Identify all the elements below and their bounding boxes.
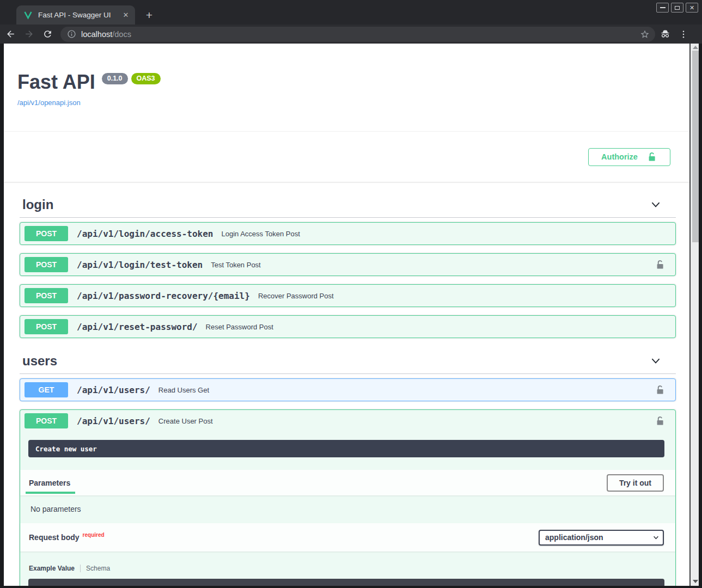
method-badge: POST [25,288,68,303]
oas3-badge: OAS3 [131,73,161,84]
scrollbar-up-arrow[interactable] [693,46,698,49]
media-type-select-wrap: application/json [539,530,664,546]
tab-divider [80,565,81,572]
method-badge: GET [25,382,68,397]
browser-titlebar: Fast API - Swagger UI ✕ + ✕ [0,0,702,24]
operation-expanded: POST /api/v1/users/ Create User Post Cre… [20,409,676,586]
operation-summary-row[interactable]: POST /api/v1/users/ Create User Post [20,410,675,432]
close-icon: ✕ [689,5,694,11]
operation-path: /api/v1/login/test-token [77,260,203,270]
tag-section-login: login POST /api/v1/login/access-token Lo… [20,197,676,338]
tab-title: Fast API - Swagger UI [38,11,121,19]
request-body-label: Request body [29,533,80,542]
example-code-block[interactable]: { [28,579,664,586]
operation-summary: Test Token Post [211,261,261,269]
try-it-out-button[interactable]: Try it out [607,474,664,492]
minimize-button[interactable] [656,3,669,13]
maximize-button[interactable] [671,3,683,13]
model-example: Example Value Schema { [29,565,664,586]
lock-icon [655,415,666,426]
method-badge: POST [25,226,68,241]
forward-button[interactable] [21,26,37,42]
method-badge: POST [25,257,68,272]
url-text: localhost/docs [81,30,640,39]
tab-example-value[interactable]: Example Value [29,565,75,572]
no-parameters-text: No parameters [20,495,675,523]
tab-close-icon[interactable]: ✕ [121,10,131,20]
tag-section-users: users GET /api/v1/users/ Read Users Get [20,353,676,586]
request-body-header: Request bodyrequired application/json [20,523,675,552]
incognito-icon [660,28,671,40]
page-content: Fast API 0.1.0 OAS3 /api/v1/openapi.json… [4,44,689,586]
method-badge: POST [25,413,68,428]
auth-lock-button[interactable] [654,414,667,427]
operation-summary: Login Access Token Post [221,230,300,238]
tag-header-login[interactable]: login [20,197,676,218]
operation-row[interactable]: POST /api/v1/login/access-token Login Ac… [20,222,676,245]
required-label: required [83,532,105,538]
back-button[interactable] [2,26,19,42]
url-host: localhost [81,30,112,39]
site-info-icon[interactable] [67,29,76,39]
operation-summary: Recover Password Post [258,292,334,300]
scheme-container: Authorize [4,131,689,182]
tag-header-users[interactable]: users [20,353,676,374]
close-button[interactable]: ✕ [686,3,698,13]
scrollbar-thumb[interactable] [692,51,699,242]
browser-toolbar: localhost/docs [0,24,702,44]
tag-name: login [22,197,53,212]
reload-button[interactable] [39,26,56,42]
auth-lock-button[interactable] [654,258,667,271]
bookmark-star-icon[interactable] [640,29,650,39]
operation-path: /api/v1/password-recovery/{email} [77,291,250,301]
tab-parameters[interactable]: Parameters [29,470,70,495]
operation-path: /api/v1/reset-password/ [77,322,198,332]
operation-path: /api/v1/users/ [77,416,150,426]
page-title: Fast API [17,71,95,94]
auth-lock-button[interactable] [654,383,667,396]
operation-row[interactable]: GET /api/v1/users/ Read Users Get [20,378,676,401]
method-badge: POST [25,319,68,334]
toolbar-right-icons [660,28,688,40]
operation-body: Create new user Parameters Try it out No… [20,440,675,586]
operation-row[interactable]: POST /api/v1/password-recovery/{email} R… [20,284,676,307]
operation-path: /api/v1/users/ [77,385,150,395]
parameters-header: Parameters Try it out [20,470,675,495]
scrollbar-down-arrow[interactable] [693,580,698,583]
operation-path: /api/v1/login/access-token [77,229,213,239]
browser-tab[interactable]: Fast API - Swagger UI ✕ [16,5,135,24]
request-body-label-group: Request bodyrequired [29,532,105,542]
media-type-select[interactable]: application/json [539,530,664,546]
operation-row[interactable]: POST /api/v1/login/test-token Test Token… [20,253,676,276]
lock-icon [655,259,666,270]
menu-dots-icon[interactable] [679,29,688,39]
operations-wrapper: login POST /api/v1/login/access-token Lo… [4,197,689,586]
url-path: /docs [112,30,131,39]
back-icon [5,29,16,39]
authorize-button[interactable]: Authorize [588,148,670,166]
lock-icon [655,384,666,395]
fastapi-favicon-icon [23,10,33,20]
operation-description: Create new user [35,445,97,453]
address-bar[interactable]: localhost/docs [60,27,655,42]
version-badge: 0.1.0 [102,73,128,84]
page-scrollbar[interactable] [689,44,699,586]
unlock-icon [646,151,657,162]
operation-description-bar: Create new user [28,440,664,457]
minimize-icon [660,7,666,8]
tab-schema[interactable]: Schema [86,565,110,572]
forward-icon [24,29,34,39]
example-tabs: Example Value Schema [29,565,664,572]
operation-summary: Create User Post [158,417,213,425]
maximize-icon [675,6,680,10]
browser-window: Fast API - Swagger UI ✕ + ✕ localhost/do… [0,0,702,588]
api-info: Fast API 0.1.0 OAS3 /api/v1/openapi.json [4,44,689,107]
openapi-spec-link[interactable]: /api/v1/openapi.json [17,99,81,107]
tag-name: users [22,353,57,369]
authorize-label: Authorize [601,152,638,161]
chevron-down-icon[interactable] [650,199,662,211]
reload-icon [42,29,53,39]
chevron-down-icon[interactable] [650,355,662,367]
new-tab-button[interactable]: + [143,9,156,22]
operation-row[interactable]: POST /api/v1/reset-password/ Reset Passw… [20,315,676,338]
